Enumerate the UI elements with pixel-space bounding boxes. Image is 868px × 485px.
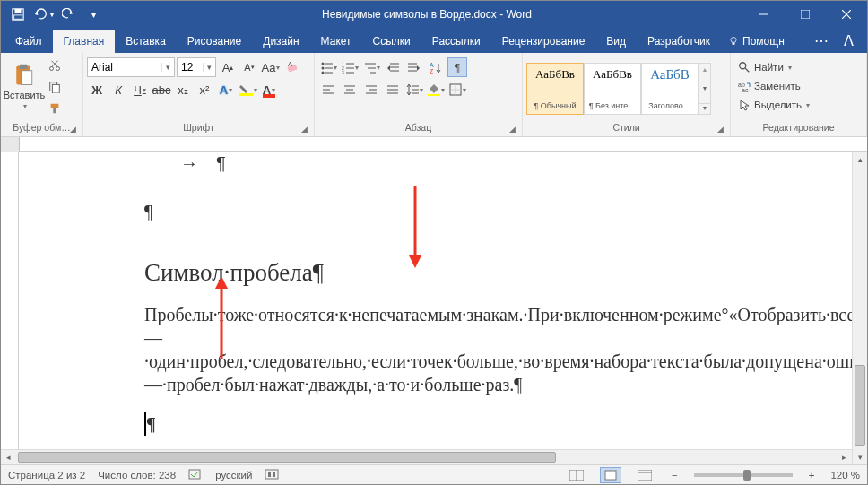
- tab-draw[interactable]: Рисование: [177, 30, 252, 53]
- font-launcher[interactable]: ◢: [299, 125, 309, 135]
- multilevel-list-button[interactable]: ▾: [361, 57, 381, 77]
- status-macro[interactable]: [265, 468, 279, 482]
- scroll-up-button[interactable]: ▴: [853, 152, 867, 167]
- highlight-button[interactable]: ▾: [238, 80, 257, 100]
- scroll-track[interactable]: [853, 167, 867, 449]
- status-language[interactable]: русский: [215, 470, 252, 481]
- zoom-slider[interactable]: [694, 473, 793, 477]
- align-right-button[interactable]: [361, 80, 381, 100]
- style-normal[interactable]: АаБбВв¶ Обычный: [526, 63, 584, 115]
- replace-button[interactable]: abacЗаменить: [734, 77, 804, 95]
- print-layout-view-button[interactable]: [600, 467, 621, 483]
- close-button[interactable]: [826, 1, 867, 28]
- subscript-button[interactable]: x₂: [173, 80, 193, 100]
- borders-button[interactable]: ▾: [447, 80, 467, 100]
- font-size-value: 12: [178, 61, 203, 74]
- change-case-button[interactable]: Aa▾: [261, 57, 281, 77]
- paste-button[interactable]: Вставить ▾: [4, 56, 44, 117]
- svg-rect-23: [263, 94, 275, 98]
- tab-view[interactable]: Вид: [595, 30, 637, 53]
- align-center-button[interactable]: [340, 80, 360, 100]
- ribbon-display-options[interactable]: ⋯: [812, 32, 831, 49]
- find-button[interactable]: Найти▾: [734, 58, 795, 76]
- tell-me-search[interactable]: Помощн: [728, 30, 785, 53]
- tab-developer[interactable]: Разработчик: [637, 30, 721, 53]
- document-scroll[interactable]: → ¶ ¶ Символ·пробела¶ Пробелы·тоже·относ…: [19, 152, 852, 464]
- grow-font-button[interactable]: A▴: [218, 57, 238, 77]
- italic-button[interactable]: К: [108, 80, 128, 100]
- styles-launcher[interactable]: ◢: [715, 125, 725, 135]
- tab-insert[interactable]: Вставка: [115, 30, 177, 53]
- bold-button[interactable]: Ж: [87, 80, 107, 100]
- copy-button[interactable]: [44, 77, 65, 97]
- font-color-button[interactable]: A▾: [259, 80, 279, 100]
- justify-button[interactable]: [383, 80, 403, 100]
- tab-review[interactable]: Рецензирование: [491, 30, 596, 53]
- horizontal-ruler[interactable]: [1, 137, 867, 152]
- hscroll-track[interactable]: [16, 450, 837, 464]
- maximize-button[interactable]: [785, 1, 826, 28]
- clipboard-launcher[interactable]: ◢: [67, 125, 78, 135]
- style-heading1[interactable]: АаБбВЗаголово…: [641, 63, 699, 115]
- cut-button[interactable]: [44, 56, 65, 75]
- align-left-button[interactable]: [318, 80, 338, 100]
- bullets-button[interactable]: ▾: [318, 57, 338, 77]
- strikethrough-button[interactable]: abc: [152, 80, 171, 100]
- line-spacing-button[interactable]: ▾: [404, 80, 424, 100]
- zoom-in-button[interactable]: +: [805, 470, 819, 481]
- status-page[interactable]: Страница 2 из 2: [8, 470, 85, 481]
- hscroll-thumb[interactable]: [18, 452, 556, 463]
- show-hide-marks-button[interactable]: ¶: [447, 57, 467, 77]
- vertical-ruler[interactable]: [1, 152, 19, 464]
- paragraph-launcher[interactable]: ◢: [507, 125, 517, 135]
- superscript-button[interactable]: x²: [195, 80, 214, 100]
- style-no-spacing[interactable]: АаБбВв¶ Без инте…: [584, 63, 641, 115]
- document-page[interactable]: → ¶ ¶ Символ·пробела¶ Пробелы·тоже·относ…: [19, 152, 852, 464]
- web-layout-view-button[interactable]: [634, 467, 655, 483]
- format-painter-button[interactable]: [44, 99, 65, 118]
- minimize-button[interactable]: [743, 1, 785, 28]
- select-button[interactable]: Выделить▾: [734, 96, 813, 114]
- tab-mailings[interactable]: Рассылки: [421, 30, 491, 53]
- styles-scroll-down[interactable]: ▾: [699, 84, 710, 92]
- vertical-scrollbar[interactable]: ▴ ▾: [852, 152, 867, 464]
- align-left-icon: [322, 83, 334, 96]
- scroll-thumb[interactable]: [855, 365, 865, 446]
- shading-button[interactable]: ▾: [426, 80, 446, 100]
- increase-indent-button[interactable]: [404, 57, 424, 77]
- undo-button[interactable]: ▾: [31, 3, 55, 26]
- bullets-icon: [320, 61, 333, 74]
- zoom-out-button[interactable]: −: [668, 470, 681, 481]
- read-mode-view-button[interactable]: [566, 467, 587, 483]
- chevron-down-icon[interactable]: ▾: [161, 63, 174, 72]
- numbering-button[interactable]: 123▾: [340, 57, 360, 77]
- redo-button[interactable]: [56, 3, 80, 26]
- tab-layout[interactable]: Макет: [310, 30, 362, 53]
- sort-button[interactable]: AZ: [426, 57, 446, 77]
- decrease-indent-button[interactable]: [383, 57, 403, 77]
- save-button[interactable]: [6, 3, 30, 26]
- font-name-combo[interactable]: Arial▾: [87, 57, 175, 77]
- scroll-down-button[interactable]: ▾: [853, 449, 867, 464]
- tab-design[interactable]: Дизайн: [252, 30, 309, 53]
- styles-expand[interactable]: ▾: [699, 103, 710, 112]
- status-spellcheck[interactable]: [188, 468, 203, 482]
- clear-formatting-button[interactable]: A: [282, 57, 302, 77]
- underline-button[interactable]: Ч▾: [130, 80, 150, 100]
- qat-customize-button[interactable]: ▾: [82, 3, 105, 26]
- collapse-ribbon-button[interactable]: ᐱ: [838, 32, 858, 49]
- zoom-level[interactable]: 120 %: [830, 470, 860, 481]
- status-word-count[interactable]: Число слов: 238: [98, 470, 176, 481]
- tab-home[interactable]: Главная: [53, 30, 116, 53]
- chevron-down-icon[interactable]: ▾: [203, 63, 215, 72]
- font-size-combo[interactable]: 12▾: [177, 57, 216, 77]
- horizontal-scrollbar[interactable]: ◂ ▸: [1, 449, 852, 464]
- scroll-left-button[interactable]: ◂: [1, 450, 16, 464]
- styles-scroll-up[interactable]: ▴: [699, 65, 710, 74]
- shrink-font-button[interactable]: A▾: [239, 57, 259, 77]
- tab-file[interactable]: Файл: [4, 30, 53, 53]
- scroll-right-button[interactable]: ▸: [837, 450, 852, 464]
- zoom-slider-knob[interactable]: [743, 470, 751, 481]
- tab-references[interactable]: Ссылки: [362, 30, 421, 53]
- text-effects-button[interactable]: A▾: [216, 80, 236, 100]
